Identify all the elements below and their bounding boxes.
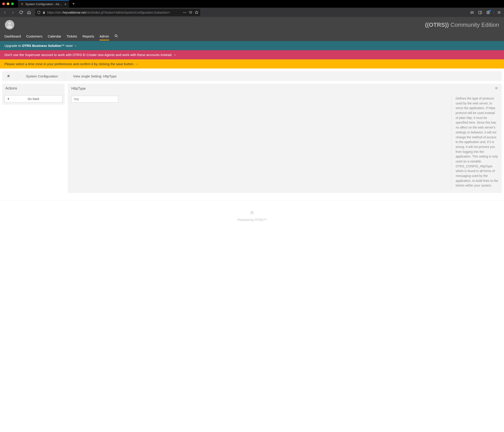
- svg-point-20: [8, 22, 11, 25]
- footer-logo-icon: [0, 210, 504, 216]
- svg-line-12: [473, 11, 474, 14]
- footer-powered-by: Powered by OTRS™: [0, 218, 504, 221]
- go-back-button[interactable]: Go back: [4, 95, 63, 102]
- forward-button[interactable]: [9, 9, 17, 16]
- tab-title: System Configuration - Admin -: [26, 2, 63, 6]
- setting-description: Defines the type of protocol, used by th…: [451, 96, 498, 189]
- banner-superuser-text: Don't use the Superuser account to work …: [4, 53, 177, 57]
- app-header: ((OTRS)) Community Edition Dashboard Cus…: [0, 17, 504, 41]
- home-icon: [7, 74, 10, 78]
- setting-title: HttpType: [71, 87, 86, 91]
- window-minimize-button[interactable]: [7, 2, 9, 5]
- banner-upgrade[interactable]: Upgrade to OTRS Business Solution™ now! …: [0, 41, 504, 50]
- lock-icon: [42, 11, 45, 14]
- divider: [494, 10, 494, 15]
- nav-dashboard[interactable]: Dashboard: [4, 32, 21, 40]
- svg-rect-13: [478, 11, 482, 14]
- tab-close-button[interactable]: ×: [64, 2, 66, 6]
- svg-point-6: [184, 12, 185, 13]
- nav-reports[interactable]: Reports: [82, 32, 94, 40]
- svg-point-21: [115, 35, 117, 37]
- go-back-label: Go back: [28, 97, 39, 101]
- notification-dot-icon: [489, 10, 491, 11]
- svg-rect-4: [43, 12, 45, 14]
- window-maximize-button[interactable]: [11, 2, 14, 5]
- address-bar[interactable]: https://otrs.heyvaldemar.net/otrs/index.…: [35, 9, 200, 16]
- banner-upgrade-text: Upgrade to OTRS Business Solution™ now! …: [4, 44, 77, 47]
- svg-point-5: [183, 12, 184, 13]
- breadcrumb-level2: View single Setting: HttpType: [67, 74, 121, 78]
- sidebar-title: Actions: [2, 84, 65, 93]
- breadcrumb-separator: [16, 71, 19, 81]
- brand-rest: Community Edition: [449, 21, 499, 28]
- url-prefix: https://otrs.: [47, 11, 63, 14]
- bookmark-star-icon[interactable]: [195, 10, 198, 14]
- tab-favicon-icon: [20, 2, 24, 6]
- browser-tab[interactable]: System Configuration - Admin - ×: [18, 0, 69, 8]
- navigation-bar: https://otrs.heyvaldemar.net/otrs/index.…: [0, 8, 504, 17]
- new-tab-button[interactable]: +: [69, 1, 78, 7]
- breadcrumb: System Configuration View single Setting…: [2, 71, 502, 81]
- avatar[interactable]: [5, 20, 14, 29]
- footer: Powered by OTRS™: [0, 205, 504, 230]
- library-icon[interactable]: [468, 9, 476, 16]
- caret-left-icon: [7, 97, 9, 101]
- home-button[interactable]: [26, 9, 33, 16]
- panel-menu-button[interactable]: [495, 86, 498, 91]
- shield-icon: [37, 11, 41, 14]
- tab-bar: System Configuration - Admin - × +: [0, 0, 504, 8]
- banner-timezone-warning[interactable]: Please select a time zone in your prefer…: [0, 59, 504, 68]
- account-icon[interactable]: [485, 9, 492, 16]
- sidebar-toggle-icon[interactable]: [477, 9, 484, 16]
- divider: [0, 200, 504, 200]
- breadcrumb-home[interactable]: [2, 71, 16, 81]
- url-path: /otrs/index.pl?Action=AdminSystemConfigu…: [86, 11, 170, 14]
- breadcrumb-separator: [63, 71, 67, 81]
- svg-marker-8: [195, 11, 198, 14]
- nav-tickets[interactable]: Tickets: [67, 32, 77, 40]
- nav-customers[interactable]: Customers: [26, 32, 42, 40]
- banner-superuser-warning[interactable]: Don't use the Superuser account to work …: [0, 50, 504, 59]
- nav-search-button[interactable]: [114, 34, 118, 38]
- svg-point-16: [488, 11, 489, 12]
- main-nav: Dashboard Customers Calendar Tickets Rep…: [0, 31, 504, 41]
- url-text: https://otrs.heyvaldemar.net/otrs/index.…: [47, 11, 181, 14]
- breadcrumb-level1[interactable]: System Configuration: [19, 71, 63, 81]
- back-button[interactable]: [1, 9, 9, 16]
- svg-point-7: [186, 12, 186, 13]
- svg-line-22: [117, 36, 117, 37]
- banner-timezone-text: Please select a time zone in your prefer…: [4, 62, 138, 66]
- nav-calendar[interactable]: Calendar: [48, 32, 61, 40]
- setting-value-input[interactable]: http: [71, 96, 118, 102]
- nav-admin[interactable]: Admin: [99, 32, 109, 40]
- setting-panel: HttpType http Defines the type of protoc…: [68, 84, 502, 193]
- brand-label: ((OTRS)) Community Edition: [425, 21, 499, 28]
- brand-strong: ((OTRS)): [425, 21, 449, 28]
- pocket-icon[interactable]: [189, 11, 192, 14]
- reload-button[interactable]: [18, 9, 25, 16]
- hamburger-menu-button[interactable]: [495, 9, 503, 16]
- url-domain: heyvaldemar.net: [63, 11, 86, 14]
- window-controls: [2, 2, 14, 5]
- setting-value-text: http: [74, 97, 79, 101]
- browser-chrome: System Configuration - Admin - × + https…: [0, 0, 504, 17]
- window-close-button[interactable]: [2, 2, 5, 5]
- sidebar-actions-panel: Actions Go back: [2, 84, 65, 105]
- svg-marker-23: [8, 98, 9, 100]
- more-icon[interactable]: [183, 10, 187, 15]
